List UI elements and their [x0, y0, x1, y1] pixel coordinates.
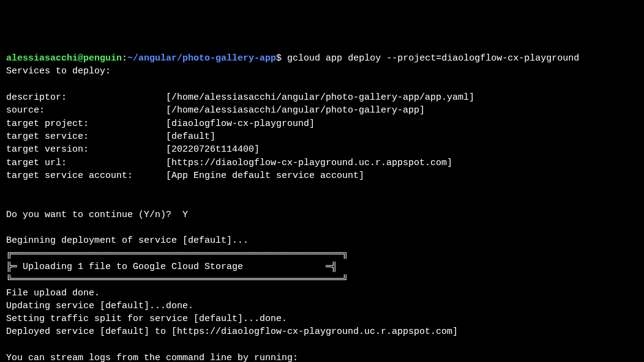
- kv-row: target service:[default]: [6, 131, 215, 142]
- terminal-output[interactable]: alessiasacchi@penguin:~/angular/photo-ga…: [6, 52, 638, 362]
- post-line: Updating service [default]...done.: [6, 301, 193, 311]
- kv-key: descriptor:: [6, 91, 166, 104]
- kv-value: [20220726t114400]: [166, 144, 260, 155]
- kv-key: target version:: [6, 143, 166, 156]
- kv-value: [https://diaologflow-cx-playground.uc.r.…: [166, 158, 452, 168]
- kv-row: target version:[20220726t114400]: [6, 144, 260, 155]
- post-line: Deployed service [default] to [https://d…: [6, 327, 458, 337]
- kv-value: [/home/alessiasacchi/angular/photo-galle…: [166, 92, 474, 103]
- post-line: Setting traffic split for service [defau…: [6, 314, 287, 324]
- kv-row: descriptor:[/home/alessiasacchi/angular/…: [6, 92, 474, 103]
- kv-value: [/home/alessiasacchi/angular/photo-galle…: [166, 105, 425, 116]
- confirm-question: Do you want to continue (Y/n)?: [6, 210, 182, 220]
- kv-key: target project:: [6, 117, 166, 130]
- confirm-line: Do you want to continue (Y/n)? Y: [6, 210, 188, 220]
- prompt-path: ~/angular/photo-gallery-app: [127, 53, 276, 64]
- beginning-line: Beginning deployment of service [default…: [6, 235, 249, 246]
- prompt-dollar: $: [276, 53, 282, 64]
- command-text: gcloud app deploy --project=diaologflow-…: [282, 53, 579, 64]
- kv-value: [App Engine default service account]: [166, 171, 364, 181]
- upload-status: Uploading 1 file to Google Cloud Storage: [23, 262, 243, 272]
- prompt-user: alessiasacchi@penguin: [6, 53, 122, 64]
- confirm-answer: Y: [182, 210, 188, 220]
- kv-row: source:[/home/alessiasacchi/angular/phot…: [6, 105, 425, 116]
- progress-box-bottom: ╚═══════════════════════════════════════…: [6, 275, 348, 285]
- kv-key: target service:: [6, 130, 166, 143]
- kv-value: [diaologflow-cx-playground]: [166, 119, 315, 129]
- progress-box-top: ╔═══════════════════════════════════════…: [6, 249, 348, 259]
- services-header: Services to deploy:: [6, 66, 111, 76]
- kv-key: target url:: [6, 157, 166, 169]
- kv-value: [default]: [166, 131, 215, 142]
- kv-row: target project:[diaologflow-cx-playgroun…: [6, 119, 315, 129]
- logs-hint: You can stream logs from the command lin…: [6, 353, 298, 362]
- prompt-line: alessiasacchi@penguin:~/angular/photo-ga…: [6, 53, 579, 64]
- kv-row: target url:[https://diaologflow-cx-playg…: [6, 158, 452, 168]
- kv-key: target service account:: [6, 169, 166, 182]
- prompt-colon: :: [122, 53, 127, 64]
- post-line: File upload done.: [6, 288, 100, 298]
- kv-row: target service account:[App Engine defau…: [6, 171, 364, 181]
- kv-key: source:: [6, 104, 166, 117]
- progress-box-middle: ╠═ Uploading 1 file to Google Cloud Stor…: [6, 262, 337, 272]
